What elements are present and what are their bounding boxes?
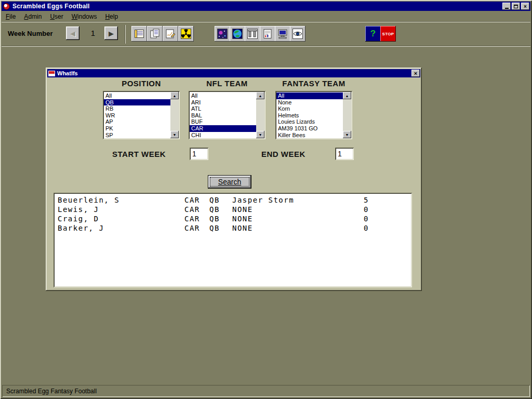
list-item[interactable]: Helmets [276, 112, 343, 119]
scroll-down-button[interactable]: ▼ [343, 131, 351, 138]
menu-item-help[interactable]: Help [101, 12, 122, 21]
list-item[interactable]: Killer Bees [276, 132, 343, 138]
search-button[interactable]: Search [208, 175, 251, 189]
help-icon: ? [370, 29, 376, 39]
scrollbar[interactable]: ▲ ▼ [256, 92, 264, 138]
end-week-input[interactable] [335, 148, 354, 160]
player-name: Beuerlein, S [54, 195, 184, 205]
player-name: Craig, D [54, 214, 184, 223]
result-row[interactable]: Craig, D CAR QB NONE 0 [54, 214, 412, 223]
whatifs-title-bar[interactable]: WhatIfs × [47, 69, 420, 77]
toolbar: Week Number ◀ 1 ▶ [2, 22, 530, 46]
menu-item-admin[interactable]: Admin [20, 12, 46, 21]
points: 0 [364, 205, 369, 214]
list-item[interactable]: ATL [190, 105, 256, 112]
list-item[interactable]: AP [104, 118, 170, 125]
toolbar-divider [2, 46, 530, 47]
list-item[interactable]: PK [104, 125, 170, 132]
scroll-down-button[interactable]: ▼ [256, 131, 264, 138]
toolbar-separator [125, 25, 126, 44]
report-button[interactable] [260, 26, 275, 42]
fantasy-team-list: All None Korn Helmets Louies Lizards AM3… [276, 92, 343, 138]
menu-item-user[interactable]: User [46, 12, 67, 21]
list-item[interactable]: ARI [190, 99, 256, 106]
down-arrow-icon: ▼ [259, 133, 262, 137]
eye-icon [292, 28, 303, 39]
scrollbar[interactable]: ▲ ▼ [170, 92, 179, 138]
minimize-icon [505, 8, 509, 9]
scroll-up-button[interactable]: ▲ [256, 92, 264, 99]
columns-button[interactable] [245, 26, 260, 42]
scrollbar-track[interactable] [256, 99, 264, 131]
list-item[interactable]: None [276, 99, 343, 106]
list-item[interactable]: Korn [276, 105, 343, 112]
menu-item-windows[interactable]: Windows [68, 12, 101, 21]
computer-button[interactable] [275, 26, 290, 42]
list-item[interactable]: All [104, 92, 170, 99]
result-row[interactable]: Beuerlein, S CAR QB Jasper Storm 5 [54, 195, 412, 205]
list-item-selected[interactable]: QB [104, 99, 170, 106]
scrollbar[interactable]: ▲ ▼ [343, 92, 351, 138]
scroll-up-button[interactable]: ▲ [170, 92, 179, 99]
scroll-up-button[interactable]: ▲ [343, 92, 351, 99]
fantasy-team: NONE [232, 223, 364, 233]
whatifs-close-button[interactable]: × [411, 70, 420, 77]
list-item[interactable]: SP [104, 132, 170, 138]
scrollbar-track[interactable] [170, 99, 179, 131]
list-item[interactable]: BUF [190, 118, 256, 125]
whatifs-window: WhatIfs × POSITION NFL TEAM FANTASY TEAM… [46, 68, 422, 291]
documents-button[interactable] [147, 26, 163, 42]
close-button[interactable]: × [521, 3, 529, 10]
fantasy-team: NONE [232, 205, 364, 214]
nfl-team: CAR [184, 205, 209, 214]
start-week-input[interactable] [190, 148, 208, 160]
help-button[interactable]: ? [365, 26, 381, 42]
points: 0 [364, 223, 369, 233]
list-item[interactable]: CHI [190, 132, 256, 138]
list-item[interactable]: Louies Lizards [276, 118, 343, 125]
list-item[interactable]: All [190, 92, 256, 99]
whatifs-title: WhatIfs [57, 70, 78, 76]
fantasy-team-listbox[interactable]: All None Korn Helmets Louies Lizards AM3… [275, 91, 352, 139]
list-item-selected[interactable]: CAR [190, 125, 256, 132]
week-next-button[interactable]: ▶ [104, 26, 118, 40]
list-item[interactable]: BAL [190, 112, 256, 119]
position-listbox[interactable]: All QB RB WR AP PK SP ▲ ▼ [103, 91, 180, 139]
nfl-team-list: All ARI ATL BAL BUF CAR CHI [190, 92, 256, 138]
app-icon [3, 3, 10, 10]
nfl-team-listbox[interactable]: All ARI ATL BAL BUF CAR CHI ▲ ▼ [189, 91, 265, 139]
radiation-button[interactable] [178, 26, 194, 42]
week-number-label: Week Number [8, 30, 52, 37]
list-item[interactable]: WR [104, 112, 170, 119]
signature-icon [165, 28, 176, 39]
nfl-team: CAR [184, 223, 209, 233]
end-week-label: END WEEK [261, 150, 305, 158]
maximize-button[interactable] [512, 3, 520, 10]
menu-item-file[interactable]: File [2, 12, 20, 21]
scroll-down-button[interactable]: ▼ [170, 131, 179, 138]
search-button-label: Search [218, 178, 241, 186]
stop-button[interactable]: STOP [380, 26, 396, 42]
result-row[interactable]: Lewis, J CAR QB NONE 0 [54, 205, 412, 214]
up-arrow-icon: ▲ [173, 94, 177, 98]
scrollbar-track[interactable] [343, 99, 351, 131]
space-icon [217, 28, 228, 39]
minimize-button[interactable] [502, 3, 511, 10]
week-prev-button[interactable]: ◀ [66, 26, 79, 40]
notebook-button[interactable] [131, 26, 147, 42]
space-button[interactable] [215, 26, 230, 42]
eye-button[interactable] [290, 26, 305, 42]
result-row[interactable]: Barker, J CAR QB NONE 0 [54, 223, 412, 233]
globe-button[interactable] [230, 26, 245, 42]
title-bar[interactable]: Scrambled Eggs Football × [2, 2, 530, 11]
signature-button[interactable] [163, 26, 178, 42]
list-item-selected[interactable]: All [276, 92, 343, 99]
stop-icon: STOP [382, 32, 394, 36]
list-item[interactable]: RB [104, 105, 170, 112]
points: 5 [364, 195, 369, 205]
list-item[interactable]: AM39 1031 GO [276, 125, 343, 132]
position-header: POSITION [103, 79, 180, 88]
results-listbox[interactable]: Beuerlein, S CAR QB Jasper Storm 5 Lewis… [54, 193, 412, 287]
computer-icon [277, 28, 288, 39]
app-window: Scrambled Eggs Football × File Admin Use… [0, 0, 532, 399]
